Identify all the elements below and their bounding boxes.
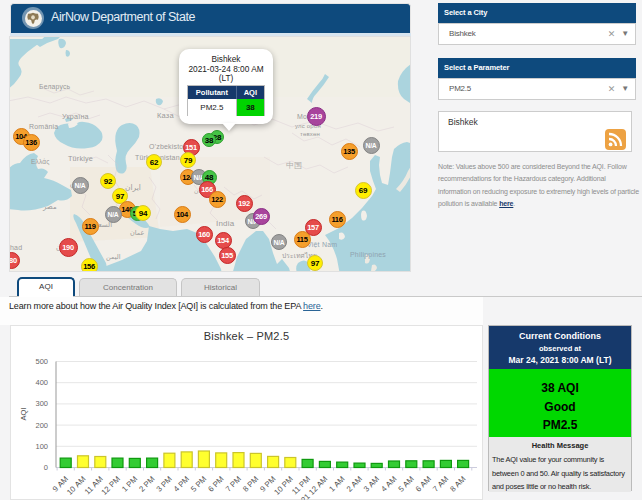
- svg-text:3 PM: 3 PM: [155, 475, 174, 494]
- svg-text:8 AM: 8 AM: [448, 475, 467, 494]
- svg-text:8 PM: 8 PM: [241, 475, 260, 494]
- svg-text:100: 100: [35, 442, 48, 451]
- svg-text:400: 400: [35, 378, 48, 387]
- svg-text:2 AM: 2 AM: [345, 475, 364, 494]
- svg-text:7 PM: 7 PM: [224, 475, 243, 494]
- svg-text:6 AM: 6 AM: [414, 475, 433, 494]
- svg-text:4 AM: 4 AM: [379, 475, 398, 494]
- svg-text:500: 500: [35, 357, 48, 366]
- svg-text:AQI: AQI: [19, 408, 28, 421]
- svg-text:6 PM: 6 PM: [206, 475, 225, 494]
- svg-text:10 PM: 10 PM: [272, 475, 294, 497]
- svg-text:10 AM: 10 AM: [65, 475, 87, 497]
- svg-text:7 AM: 7 AM: [431, 475, 450, 494]
- svg-text:4 PM: 4 PM: [172, 475, 191, 494]
- svg-text:3 AM: 3 AM: [362, 475, 381, 494]
- svg-text:5 AM: 5 AM: [396, 475, 415, 494]
- svg-text:12 PM: 12 PM: [100, 475, 122, 497]
- svg-text:2 PM: 2 PM: [137, 475, 156, 494]
- svg-text:5 PM: 5 PM: [189, 475, 208, 494]
- svg-text:300: 300: [35, 399, 48, 408]
- svg-text:1 PM: 1 PM: [120, 475, 139, 494]
- svg-text:1 AM: 1 AM: [327, 475, 346, 494]
- svg-text:200: 200: [35, 421, 48, 430]
- svg-text:0: 0: [44, 463, 48, 472]
